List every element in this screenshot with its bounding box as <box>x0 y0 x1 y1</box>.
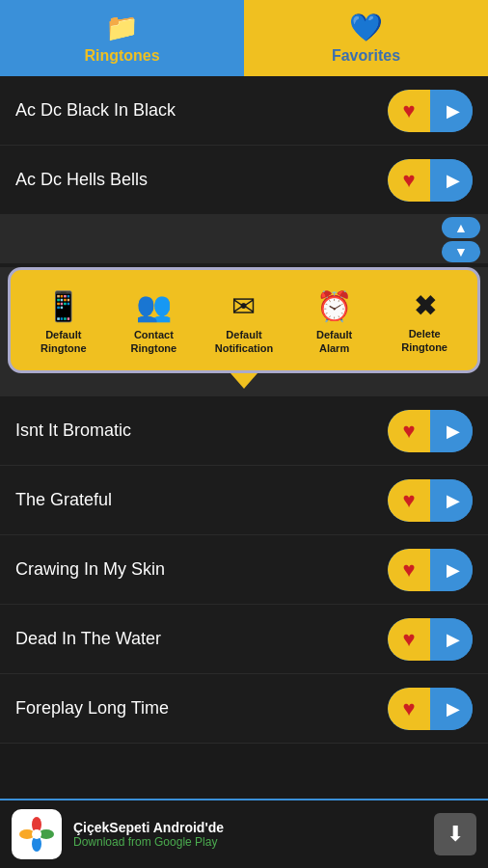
delete-icon: ✖ <box>414 290 436 322</box>
play-button[interactable]: ▶ <box>430 410 473 452</box>
contact-ringtone-option[interactable]: 👥 ContactRingtone <box>115 289 192 354</box>
scroll-up-button[interactable]: ▲ <box>442 217 480 238</box>
default-alarm-option[interactable]: ⏰ DefaultAlarm <box>296 289 373 354</box>
favorite-button[interactable]: ♥ <box>388 688 430 730</box>
default-ringtone-label: DefaultRingtone <box>41 329 87 354</box>
play-button[interactable]: ▶ <box>430 479 473 522</box>
heart-icon: ♥ <box>402 168 415 193</box>
action-options: 📱 DefaultRingtone 👥 ContactRingtone ✉ De… <box>8 267 480 373</box>
contact-icon: 👥 <box>136 289 172 323</box>
app-header: 📁 Ringtones 💙 Favorites <box>0 0 488 76</box>
heart-icon: ♥ <box>402 696 415 721</box>
default-alarm-label: DefaultAlarm <box>316 329 352 354</box>
play-icon: ▶ <box>447 100 460 122</box>
default-notification-option[interactable]: ✉ DefaultNotification <box>205 289 283 354</box>
play-icon: ▶ <box>447 420 460 442</box>
heart-icon: ♥ <box>402 627 415 652</box>
ringtones-icon: 📁 <box>105 12 139 43</box>
default-notification-label: DefaultNotification <box>215 329 274 354</box>
song-title: Ac Dc Hells Bells <box>15 170 148 190</box>
list-item: Crawing In My Skin ♥ ▶ <box>0 535 488 605</box>
ad-banner: ÇiçekSepeti Android'de Download from Goo… <box>0 799 488 868</box>
list-item: Ac Dc Hells Bells ♥ ▶ <box>0 146 488 215</box>
favorite-button[interactable]: ♥ <box>388 549 430 591</box>
panel-arrow <box>230 373 258 389</box>
ad-title: ÇiçekSepeti Android'de <box>73 820 434 835</box>
envelope-icon: ✉ <box>231 289 256 323</box>
scroll-down-button[interactable]: ▼ <box>442 241 480 262</box>
download-icon: ⬇ <box>447 822 464 847</box>
favorite-button[interactable]: ♥ <box>388 410 430 452</box>
ad-download-button[interactable]: ⬇ <box>434 813 476 855</box>
play-icon: ▶ <box>447 490 460 511</box>
heart-icon: ♥ <box>402 98 415 123</box>
favorite-button[interactable]: ♥ <box>388 479 430 522</box>
favorite-button[interactable]: ♥ <box>388 90 430 132</box>
song-title: The Grateful <box>15 490 112 510</box>
heart-icon: ♥ <box>402 557 415 583</box>
list-item-expanded: ▲ ▼ <box>0 215 488 263</box>
action-pill: ♥ ▶ <box>388 618 473 661</box>
scroll-arrows: ▲ ▼ <box>442 217 480 262</box>
favorites-icon: 💙 <box>349 12 383 43</box>
ad-logo <box>12 809 62 859</box>
song-title: Ac Dc Black In Black <box>15 100 176 121</box>
action-pill: ♥ ▶ <box>388 410 473 452</box>
delete-ringtone-label: DeleteRingtone <box>401 328 447 353</box>
action-pill: ♥ ▶ <box>388 90 473 132</box>
favorite-button[interactable]: ♥ <box>388 618 430 661</box>
ad-logo-icon <box>15 813 58 855</box>
song-title: Crawing In My Skin <box>15 559 165 580</box>
play-button[interactable]: ▶ <box>430 90 473 132</box>
default-ringtone-option[interactable]: 📱 DefaultRingtone <box>25 289 102 354</box>
favorite-button[interactable]: ♥ <box>388 159 430 202</box>
contact-ringtone-label: ContactRingtone <box>131 329 177 354</box>
list-item: Ac Dc Black In Black ♥ ▶ <box>0 76 488 146</box>
action-pill: ♥ ▶ <box>388 688 473 730</box>
list-item: Foreplay Long Time ♥ ▶ <box>0 674 488 744</box>
delete-ringtone-option[interactable]: ✖ DeleteRingtone <box>386 290 463 353</box>
ad-subtitle: Download from Google Play <box>73 835 434 849</box>
heart-icon: ♥ <box>402 488 415 513</box>
play-icon: ▶ <box>447 559 460 581</box>
play-button[interactable]: ▶ <box>430 688 473 730</box>
list-item: Dead In The Water ♥ ▶ <box>0 605 488 674</box>
svg-point-5 <box>32 829 41 839</box>
expanded-action-panel: 📱 DefaultRingtone 👥 ContactRingtone ✉ De… <box>0 267 488 396</box>
play-icon: ▶ <box>447 629 460 650</box>
song-title: Foreplay Long Time <box>15 698 169 719</box>
tab-favorites[interactable]: 💙 Favorites <box>244 0 488 76</box>
action-pill: ♥ ▶ <box>388 549 473 591</box>
song-list: Ac Dc Black In Black ♥ ▶ Ac Dc Hells Bel… <box>0 76 488 744</box>
panel-arrow-wrapper <box>0 373 488 396</box>
alarm-icon: ⏰ <box>316 289 352 323</box>
song-title: Dead In The Water <box>15 629 161 649</box>
list-item: The Grateful ♥ ▶ <box>0 466 488 535</box>
tab-ringtones[interactable]: 📁 Ringtones <box>0 0 244 76</box>
action-pill: ♥ ▶ <box>388 159 473 202</box>
phone-icon: 📱 <box>45 289 81 323</box>
favorites-label: Favorites <box>332 47 400 65</box>
play-button[interactable]: ▶ <box>430 549 473 591</box>
play-icon: ▶ <box>447 698 460 719</box>
play-button[interactable]: ▶ <box>430 618 473 661</box>
song-title: Isnt It Bromatic <box>15 420 131 441</box>
heart-icon: ♥ <box>402 419 415 444</box>
play-icon: ▶ <box>447 170 460 191</box>
ad-text: ÇiçekSepeti Android'de Download from Goo… <box>73 820 434 849</box>
action-pill: ♥ ▶ <box>388 479 473 522</box>
list-item: Isnt It Bromatic ♥ ▶ <box>0 396 488 466</box>
ringtones-label: Ringtones <box>84 47 159 65</box>
play-button[interactable]: ▶ <box>430 159 473 202</box>
